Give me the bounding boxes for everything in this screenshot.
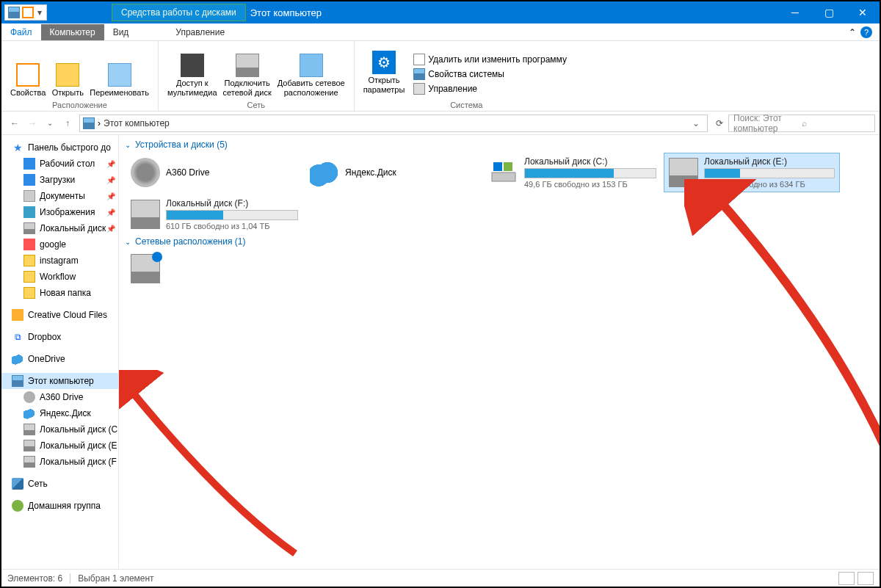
tiles-view-button[interactable] — [858, 572, 874, 585]
capacity-bar — [524, 168, 656, 178]
drive-label: Локальный диск (E:) — [704, 156, 835, 167]
drive-f[interactable]: Локальный диск (F:) 610 ГБ свободно из 1… — [126, 195, 302, 233]
drive-a360[interactable]: A360 Drive — [126, 153, 302, 192]
open-settings-button[interactable]: ⚙Открыть параметры — [360, 49, 408, 96]
group-devices-drives[interactable]: ⌄Устройства и диски (5) — [119, 138, 880, 151]
svg-rect-1 — [493, 162, 502, 171]
tab-computer[interactable]: Компьютер — [41, 24, 104, 40]
content-area: ⌄Устройства и диски (5) A360 Drive Яндек… — [119, 135, 880, 569]
sidebar-newfolder[interactable]: Новая папка — [1, 285, 118, 301]
ribbon-group-system: ⚙Открыть параметры Удалить или изменить … — [355, 41, 579, 111]
sidebar-workflow[interactable]: Workflow — [1, 269, 118, 285]
homegroup-icon — [12, 500, 23, 512]
back-button[interactable]: ← — [6, 115, 23, 132]
properties-button[interactable]: Свойства — [7, 62, 48, 99]
sidebar-onedrive[interactable]: OneDrive — [1, 351, 118, 367]
capacity-bar — [166, 210, 298, 220]
refresh-button[interactable]: ⟳ — [711, 118, 728, 128]
ribbon-group-label: Сеть — [247, 101, 265, 109]
drive-c[interactable]: Локальный диск (C:) 49,6 ГБ свободно из … — [485, 153, 661, 192]
drive-label: Яндекс.Диск — [345, 167, 396, 178]
chevron-down-icon: ⌄ — [125, 238, 131, 246]
maximize-button[interactable]: ▢ — [812, 1, 846, 23]
sidebar-drive-f[interactable]: Локальный диск (F — [1, 454, 118, 470]
drive-yandex[interactable]: Яндекс.Диск — [305, 153, 482, 192]
details-view-button[interactable] — [838, 572, 855, 585]
ribbon-tabs: Файл Компьютер Вид Управление ⌃ ? — [1, 23, 880, 41]
chevron-down-icon: ⌄ — [125, 141, 131, 149]
ribbon: Свойства Открыть Переименовать Расположе… — [1, 41, 880, 112]
disk-icon — [489, 158, 518, 187]
tab-view[interactable]: Вид — [104, 24, 138, 40]
manage-button[interactable]: Управление — [412, 81, 568, 96]
qat-properties-icon[interactable] — [22, 7, 34, 18]
sidebar-pictures[interactable]: Изображения📌 — [1, 204, 118, 220]
map-network-drive-button[interactable]: Подключить сетевой диск — [220, 52, 275, 99]
network-location-item[interactable] — [126, 250, 302, 288]
sidebar-a360[interactable]: A360 Drive — [1, 389, 118, 405]
sidebar-homegroup[interactable]: Домашняя группа — [1, 498, 118, 514]
address-text: Этот компьютер — [104, 118, 688, 128]
svg-rect-0 — [492, 173, 515, 181]
sidebar-drive-c[interactable]: Локальный диск (С — [1, 421, 118, 438]
folder-icon — [23, 271, 35, 283]
drive-status: 49,6 ГБ свободно из 153 ГБ — [524, 180, 656, 189]
drive-label: A360 Drive — [166, 167, 209, 178]
add-network-location-button[interactable]: Добавить сетевое расположение — [275, 52, 348, 99]
sidebar-yandex-disk[interactable]: Яндекс.Диск — [1, 405, 118, 421]
drive-e[interactable]: Локальный диск (E:) 465 ГБ свободно из 6… — [664, 153, 840, 192]
uninstall-button[interactable]: Удалить или изменить программу — [412, 52, 568, 67]
contextual-tab-drive-tools[interactable]: Средства работы с дисками — [112, 4, 246, 21]
sidebar-this-pc[interactable]: Этот компьютер — [1, 373, 118, 389]
cloud-icon — [310, 158, 339, 187]
sidebar-desktop[interactable]: Рабочий стол📌 — [1, 156, 118, 172]
window-title: Этот компьютер — [250, 7, 322, 18]
up-button[interactable]: ↑ — [59, 115, 76, 132]
open-button[interactable]: Открыть — [48, 62, 87, 99]
sidebar-drive-e[interactable]: Локальный диск (E — [1, 438, 118, 454]
help-icon[interactable]: ? — [860, 26, 872, 38]
sidebar-network[interactable]: Сеть — [1, 476, 118, 492]
sidebar-dropbox[interactable]: ⧉Dropbox — [1, 329, 118, 345]
search-input[interactable]: Поиск: Этот компьютер ⌕ — [728, 115, 875, 132]
rename-button[interactable]: Переименовать — [87, 62, 152, 99]
folder-icon — [23, 255, 35, 266]
ribbon-group-label: Расположение — [52, 101, 107, 109]
forward-button[interactable]: → — [23, 115, 41, 132]
pc-icon — [12, 375, 23, 387]
pin-icon: 📌 — [106, 176, 115, 184]
sidebar-downloads[interactable]: Загрузки📌 — [1, 172, 118, 188]
a360-icon — [23, 391, 35, 403]
media-access-button[interactable]: Доступ к мультимедиа — [164, 52, 220, 99]
ribbon-group-network: Доступ к мультимедиа Подключить сетевой … — [159, 41, 355, 111]
pin-icon: 📌 — [106, 160, 115, 168]
app-icon — [8, 7, 20, 18]
sidebar-documents[interactable]: Документы📌 — [1, 188, 118, 204]
ribbon-group-location: Свойства Открыть Переименовать Расположе… — [1, 41, 159, 111]
ribbon-collapse[interactable]: ⌃ ? — [841, 23, 880, 41]
group-network-locations[interactable]: ⌄Сетевые расположения (1) — [119, 235, 880, 248]
close-button[interactable]: ✕ — [846, 1, 880, 23]
recent-dropdown[interactable]: ⌄ — [41, 115, 59, 132]
sidebar-creative-cloud[interactable]: Creative Cloud Files — [1, 307, 118, 323]
sidebar-quick-access[interactable]: ★Панель быстрого до — [1, 139, 118, 156]
title-bar: ▾ Средства работы с дисками Этот компьют… — [1, 1, 880, 23]
minimize-button[interactable]: ─ — [778, 1, 812, 23]
folder-icon — [23, 239, 35, 250]
drive-label: Локальный диск (C:) — [524, 156, 656, 167]
network-drive-icon — [131, 254, 160, 283]
address-bar: ← → ⌄ ↑ › Этот компьютер ⌄ ⟳ Поиск: Этот… — [1, 112, 880, 135]
tab-manage[interactable]: Управление — [167, 24, 233, 40]
pin-icon: 📌 — [106, 208, 115, 217]
sidebar-google[interactable]: google — [1, 236, 118, 253]
dropbox-icon: ⧉ — [12, 331, 23, 343]
system-properties-button[interactable]: Свойства системы — [412, 67, 568, 81]
sidebar-localdisk[interactable]: Локальный диск📌 — [1, 220, 118, 236]
tab-file[interactable]: Файл — [1, 24, 41, 40]
address-dropdown-icon[interactable]: ⌄ — [688, 118, 704, 128]
qat-dropdown-icon[interactable]: ▾ — [36, 7, 43, 18]
disk-icon — [23, 424, 35, 435]
address-field[interactable]: › Этот компьютер ⌄ — [79, 115, 708, 132]
quick-access-toolbar: ▾ — [4, 4, 47, 21]
sidebar-instagram[interactable]: instagram — [1, 253, 118, 269]
